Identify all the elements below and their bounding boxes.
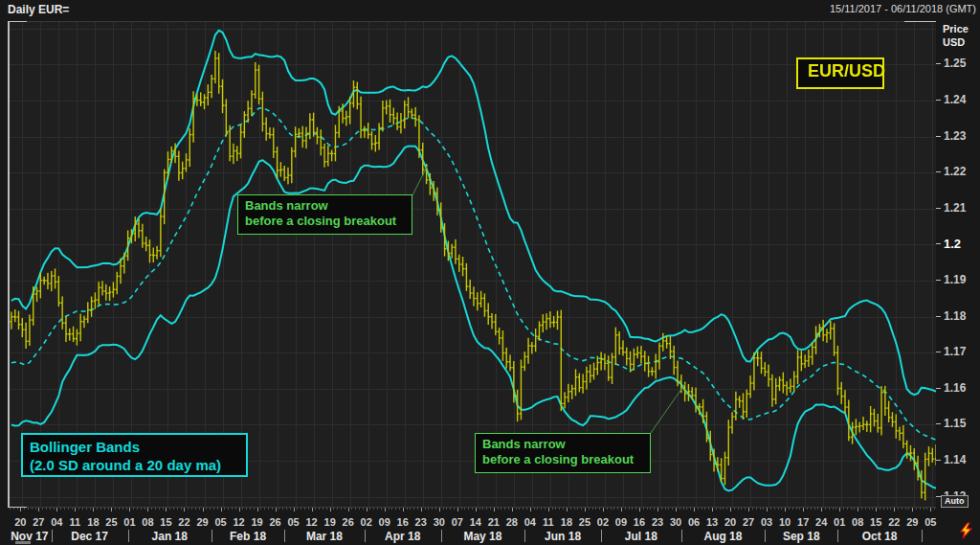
x-axis-day-tick [778, 508, 779, 510]
x-axis-day-tick [599, 508, 600, 510]
x-axis-day-label: 27 [33, 516, 44, 528]
y-axis-tick-mark [936, 63, 941, 64]
x-axis-day-tick [155, 508, 156, 510]
chart-window: Daily EUR= 15/11/2017 - 06/11/2018 (GMT)… [0, 0, 980, 545]
x-axis-week-tick [348, 508, 349, 511]
x-axis-day-label: 17 [797, 516, 809, 528]
x-axis-day-tick [213, 508, 214, 510]
x-axis-day-tick [410, 508, 411, 510]
x-axis-day-tick [278, 508, 279, 510]
x-axis-month-label: Feb 18 [230, 530, 266, 543]
annotation-text: before a closing breakout [482, 452, 643, 467]
x-axis-week-tick [221, 508, 222, 511]
x-axis-day-tick [181, 508, 182, 510]
x-axis-day-tick [781, 508, 782, 510]
x-axis-week-tick [184, 508, 185, 511]
annotation-pair-label[interactable]: EUR/USD [796, 57, 884, 89]
x-axis-week-tick [166, 508, 167, 511]
x-axis-day-tick [191, 508, 192, 510]
month-separator [441, 530, 442, 542]
x-axis-day-tick [301, 508, 301, 510]
x-axis-day-tick [650, 508, 651, 510]
x-axis-week-tick [530, 508, 531, 511]
x-axis-week-tick [276, 508, 277, 511]
price-axis[interactable]: Price USD 1.251.241.231.221.211.21.191.1… [936, 21, 980, 508]
x-axis-day-tick [341, 508, 342, 510]
date-range-label: 15/11/2017 - 06/11/2018 (GMT) [830, 3, 976, 14]
x-axis-month-label: Aug 18 [703, 530, 742, 543]
x-axis-day-tick [232, 508, 233, 510]
x-axis-day-tick [865, 508, 866, 510]
x-axis-day-tick [297, 508, 298, 510]
x-axis-day-tick [315, 508, 316, 510]
x-axis-day-tick [563, 508, 564, 510]
x-axis-day-tick [581, 508, 582, 510]
x-axis-day-tick [763, 508, 764, 510]
lightning-bolt-icon[interactable] [958, 522, 975, 539]
month-separator [601, 530, 602, 542]
x-axis-day-label: 11 [70, 516, 81, 528]
x-axis-day-tick [443, 508, 444, 510]
x-axis-day-tick [389, 508, 390, 510]
x-axis-day-tick [843, 508, 844, 510]
x-axis-day-tick [141, 508, 142, 510]
time-axis[interactable]: 2027041118250108152229051219260512192602… [0, 508, 980, 545]
x-axis-day-tick [541, 508, 542, 510]
auto-scale-button[interactable]: Auto [941, 495, 969, 508]
x-axis-day-tick [611, 508, 612, 510]
x-axis-week-tick [367, 508, 368, 511]
x-axis-day-label: 25 [579, 516, 590, 528]
x-axis-week-tick [20, 508, 21, 511]
x-axis-week-tick [803, 508, 804, 511]
x-axis-day-label: 22 [888, 516, 900, 528]
x-axis-week-tick [257, 508, 258, 511]
x-axis-week-tick [421, 508, 422, 511]
x-axis-day-tick [359, 508, 360, 510]
x-axis-day-tick [482, 508, 483, 510]
x-axis-day-tick [115, 508, 116, 510]
x-axis-day-tick [119, 508, 120, 510]
x-axis-day-label: 29 [196, 516, 208, 528]
x-axis-day-tick [570, 508, 571, 510]
x-axis-day-tick [17, 508, 18, 510]
y-axis-tick-mark [936, 243, 941, 244]
month-label-row: Nov 17Dec 17Jan 18Feb 18Mar 18Apr 18May … [0, 530, 980, 543]
x-axis-day-tick [720, 508, 721, 510]
x-axis-day-tick [647, 508, 648, 510]
y-axis-tick-mark [936, 352, 941, 352]
x-axis-week-tick [129, 508, 130, 511]
x-axis-month-label: Sep 18 [783, 530, 820, 543]
x-axis-day-tick [188, 508, 189, 510]
x-axis-day-tick [908, 508, 909, 510]
x-axis-day-tick [825, 508, 826, 510]
x-axis-week-tick [858, 508, 858, 511]
x-axis-day-tick [137, 508, 138, 510]
x-axis-day-tick [552, 508, 553, 510]
x-axis-day-tick [428, 508, 429, 510]
x-axis-day-tick [308, 508, 309, 510]
x-axis-day-tick [250, 508, 251, 510]
x-axis-day-tick [345, 508, 345, 510]
y-axis-tick-mark [936, 171, 941, 172]
x-axis-day-tick [72, 508, 73, 510]
x-axis-day-tick [887, 508, 888, 510]
x-axis-day-tick [446, 508, 447, 510]
annotation-text: Bands narrow [245, 198, 405, 214]
x-axis-day-label: 20 [14, 516, 26, 528]
price-axis-currency: USD [943, 36, 965, 48]
horizontal-scrollbar-thumb[interactable] [15, 541, 31, 544]
chart-title-bar: Daily EUR= 15/11/2017 - 06/11/2018 (GMT) [0, 0, 980, 20]
x-axis-day-label: 01 [834, 516, 845, 528]
x-axis-day-tick [504, 508, 505, 510]
x-axis-day-tick [206, 508, 207, 510]
x-axis-day-tick [934, 508, 935, 510]
annotation-bands-narrow-2[interactable]: Bands narrow before a closing breakout [475, 433, 651, 473]
x-axis-day-tick [519, 508, 520, 510]
x-axis-day-tick [286, 508, 287, 510]
month-separator [524, 530, 525, 542]
y-axis-tick-mark [936, 100, 941, 101]
annotation-bands-narrow-1[interactable]: Bands narrow before a closing breakout [237, 194, 412, 235]
annotation-bollinger-legend[interactable]: Bollinger Bands (2.0 SD around a 20 day … [21, 433, 248, 477]
x-axis-week-tick [748, 508, 749, 511]
x-axis-day-tick [432, 508, 433, 510]
